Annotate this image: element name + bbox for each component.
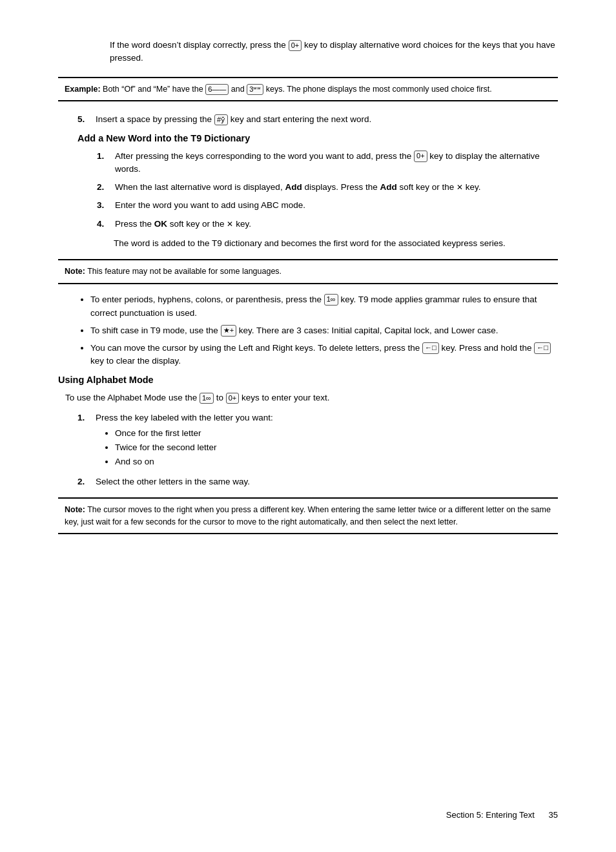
bullet1-text-a: To shift case in T9 mode, use the [90,326,218,335]
add-section-heading: Add a New Word into the T9 Dictionary [77,133,558,143]
step5-num: 5. [77,113,96,126]
step5-content: Insert a space by pressing the #ȳ key an… [96,113,558,126]
add-step4-num: 4. [97,218,115,231]
note1-text: This feature may not be available for so… [87,267,282,276]
star-key-step2-icon: ✕ [457,182,463,193]
alphabet-steps-list: 1. Press the key labeled with the letter… [77,411,558,488]
alpha-sub-bullet-2: And so on [115,455,558,468]
add-step4: 4. Press the OK soft key or the ✕ key. [97,218,558,231]
bullet-item-0: To enter periods, hyphens, colons, or pa… [90,293,558,320]
bullet0-text-a: To enter periods, hyphens, colons, or pa… [90,295,322,304]
add-step2-text-b: displays. Press the [304,182,377,192]
note-box-1: Note: This feature may not be available … [58,259,558,284]
add-step2-bold2: Add [380,182,397,192]
add-step4-text-a: Press the [115,219,152,229]
alpha-step2: 2. Select the other letters in the same … [77,475,558,488]
key-1inf-icon: 1∞ [324,294,338,305]
alpha-sub-bullet-1: Twice for the second letter [115,441,558,454]
bullet-item-2: You can move the cursor by using the Lef… [90,342,558,369]
add-section-indent-para: The word is added to the T9 dictionary a… [114,237,558,250]
add-step4-text-b: soft key or the [170,219,225,229]
alpha-intro-b: to [216,393,223,402]
add-step2-num: 2. [97,181,115,194]
alpha-step1-text: Press the key labeled with the letter yo… [96,413,273,422]
add-step2-text-d: key. [466,182,481,192]
add-step4-bold1: OK [154,219,167,229]
add-step2-bold1: Add [285,182,302,192]
step5-text-b: key and start entering the next word. [231,114,371,124]
alpha-step2-content: Select the other letters in the same way… [96,475,558,488]
bullet2-text-a: You can move the cursor by using the Lef… [90,343,420,353]
add-step3-num: 3. [97,199,115,212]
add-step2-content: When the last alternative word is displa… [115,181,558,194]
add-steps-list: 1. After pressing the keys corresponding… [97,150,558,231]
key-0plus-step1-icon: 0+ [414,151,427,161]
add-step1-num: 1. [97,150,115,176]
bullet-item-1: To shift case in T9 mode, use the ★+ key… [90,324,558,338]
alpha-intro-c: keys to enter your text. [241,393,330,402]
alpha-step1-num: 1. [77,411,96,470]
intro-paragraph: If the word doesn’t display correctly, p… [110,39,558,65]
bullet2-text-c: key to clear the display. [90,356,181,366]
key-0plus-alpha-icon: 0+ [226,393,240,404]
add-step3-content: Enter the word you want to add using ABC… [115,199,558,212]
add-step2-text-a: When the last alternative word is displa… [115,182,283,192]
add-step4-content: Press the OK soft key or the ✕ key. [115,218,558,231]
alpha-step2-num: 2. [77,475,96,488]
add-step1-content: After pressing the keys corresponding to… [115,150,558,176]
example-label: Example: [65,85,101,94]
key-6-icon: 6—— [205,84,229,95]
using-alphabet-heading: Using Alphabet Mode [58,375,558,385]
alpha-step1: 1. Press the key labeled with the letter… [77,411,558,470]
key-3-icon: 3ʷʷ [247,84,263,95]
page-footer: Section 5: Entering Text 35 [446,810,558,820]
page: If the word doesn’t display correctly, p… [0,0,616,852]
alpha-intro-a: To use the Alphabet Mode use the [65,393,197,402]
bullet2-text-b: key. Press and hold the [442,343,532,353]
alpha-step1-content: Press the key labeled with the letter yo… [96,411,558,470]
using-alphabet-intro: To use the Alphabet Mode use the 1∞ to 0… [58,391,558,404]
add-step1: 1. After pressing the keys corresponding… [97,150,558,176]
key-1inf-alpha-icon: 1∞ [200,393,214,404]
note-box-2: Note: The cursor moves to the right when… [58,497,558,535]
step5-list: 5. Insert a space by pressing the #ȳ key… [77,113,558,126]
example-text1: Both “Of” and “Me” have the [103,85,203,94]
note1-label: Note: [65,267,85,276]
add-step2: 2. When the last alternative word is dis… [97,181,558,194]
step5-text-a: Insert a space by pressing the [96,114,212,124]
bullet-list: To enter periods, hyphens, colons, or pa… [90,293,558,369]
add-section: Add a New Word into the T9 Dictionary 1.… [77,133,558,251]
key-hash-icon: #ȳ [214,114,228,125]
key-back2-icon: ←□ [534,342,551,353]
example-box: Example: Both “Of” and “Me” have the 6——… [58,77,558,102]
key-o-plus-icon: 0+ [289,40,302,51]
key-back1-icon: ←□ [422,342,439,353]
add-step2-text-c: soft key or the [400,182,455,192]
footer-page: 35 [549,810,558,820]
bullet1-text-b: key. There are 3 cases: Initial capital,… [239,326,498,335]
add-step4-text-c: key. [236,219,251,229]
intro-text-before: If the word doesn’t display correctly, p… [110,40,286,50]
example-and: and [231,85,245,94]
alpha-sub-bullet-0: Once for the first letter [115,427,558,440]
add-step3: 3. Enter the word you want to add using … [97,199,558,212]
using-alphabet-section: Using Alphabet Mode To use the Alphabet … [58,375,558,488]
star-key-step4-icon: ✕ [227,218,233,230]
key-star-plus-icon: ★+ [221,325,236,336]
footer-text: Section 5: Entering Text [446,810,535,820]
alpha-sub-bullet-list: Once for the first letter Twice for the … [115,427,558,469]
example-text2: keys. The phone displays the most common… [266,85,492,94]
step5-item: 5. Insert a space by pressing the #ȳ key… [77,113,558,126]
note2-text: The cursor moves to the right when you p… [65,505,551,526]
note2-label: Note: [65,505,85,514]
add-step1-text-a: After pressing the keys corresponding to… [115,151,411,161]
